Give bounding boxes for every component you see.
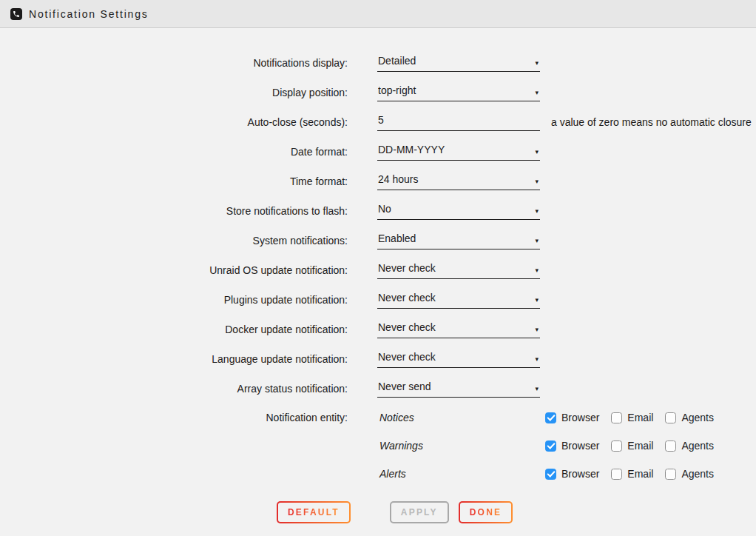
form-row: Notifications display: Detailed ▾ [0,48,756,78]
form-row: Display position: top-right ▾ [0,78,756,107]
display-position-select[interactable]: top-right [377,84,540,101]
field-note: a value of zero means no automatic closu… [551,116,752,128]
notification-settings-form: Notifications display: Detailed ▾ Displa… [0,28,756,523]
form-row: Date format: DD-MM-YYYY ▾ [0,137,756,167]
warnings-email-option[interactable]: Email [611,440,653,452]
notices-email-checkbox[interactable] [611,412,622,423]
form-row: Unraid OS update notification: Never che… [0,255,756,285]
checkbox-label: Agents [681,468,714,480]
field-label: Language update notification: [0,353,348,365]
checkbox-label: Agents [681,412,714,423]
page-header: Notification Settings [0,0,756,28]
entity-row-alerts: Alerts Browser Email Agents [0,460,756,488]
notifications-display-select[interactable]: Detailed [377,55,540,71]
form-row: Plugins update notification: Never check… [0,285,756,315]
store-notifications-to-flash-select[interactable]: No [377,203,540,219]
field-label: Array status notification: [0,383,348,395]
checkbox-label: Email [627,412,653,423]
alerts-email-checkbox[interactable] [611,469,622,480]
form-row: Store notifications to flash: No ▾ [0,196,756,226]
alerts-email-option[interactable]: Email [611,468,653,480]
unraid-os-update-notification-select[interactable]: Never check [377,262,540,278]
notices-email-option[interactable]: Email [611,412,653,423]
field-label: Unraid OS update notification: [0,264,348,276]
field-label: Date format: [0,146,348,158]
checkbox-label: Browser [561,412,599,423]
alerts-browser-option[interactable]: Browser [545,468,599,480]
checkbox-label: Email [627,440,653,452]
notices-browser-option[interactable]: Browser [545,412,599,423]
phone-notification-icon [10,8,22,20]
entity-name: Warnings [377,440,545,452]
field-label: Notifications display: [0,57,348,69]
notices-agents-option[interactable]: Agents [665,412,714,423]
field-label: Notification entity: [0,412,348,423]
array-status-notification-select[interactable]: Never send [377,381,540,397]
apply-button[interactable]: APPLY [390,501,449,523]
page-title: Notification Settings [29,8,149,20]
entity-name: Alerts [377,468,545,480]
language-update-notification-select[interactable]: Never check [377,351,540,367]
plugins-update-notification-select[interactable]: Never check [377,292,540,308]
form-row: Array status notification: Never send ▾ [0,374,756,403]
entity-row-warnings: Warnings Browser Email Agents [0,432,756,460]
checkbox-label: Browser [561,468,599,480]
field-label: System notifications: [0,235,348,247]
time-format-select[interactable]: 24 hours [377,173,540,190]
auto-close-input[interactable] [377,114,540,131]
checkbox-label: Browser [561,440,599,452]
field-label: Store notifications to flash: [0,205,348,217]
warnings-email-checkbox[interactable] [611,440,622,452]
alerts-agents-checkbox[interactable] [665,469,676,480]
checkbox-label: Email [627,468,653,480]
alerts-browser-checkbox[interactable] [545,469,556,480]
field-label: Plugins update notification: [0,294,348,306]
date-format-select[interactable]: DD-MM-YYYY [377,144,540,160]
form-row: Language update notification: Never chec… [0,344,756,374]
warnings-browser-option[interactable]: Browser [545,440,599,452]
docker-update-notification-select[interactable]: Never check [377,321,540,338]
warnings-browser-checkbox[interactable] [545,440,556,452]
form-row: System notifications: Enabled ▾ [0,226,756,255]
form-row: Auto-close (seconds): a value of zero me… [0,107,756,137]
notices-browser-checkbox[interactable] [545,412,556,423]
alerts-agents-option[interactable]: Agents [665,468,714,480]
notices-agents-checkbox[interactable] [665,412,676,423]
field-label: Display position: [0,87,348,98]
warnings-agents-option[interactable]: Agents [665,440,714,452]
field-label: Time format: [0,175,348,187]
done-button[interactable]: DONE [459,501,513,523]
field-label: Docker update notification: [0,324,348,335]
form-row: Docker update notification: Never check … [0,315,756,344]
button-row: DEFAULT APPLY DONE [277,501,756,523]
system-notifications-select[interactable]: Enabled [377,232,540,249]
warnings-agents-checkbox[interactable] [665,440,676,452]
entity-row-notices: Notification entity: Notices Browser Ema… [0,403,756,432]
default-button[interactable]: DEFAULT [277,501,351,523]
field-label: Auto-close (seconds): [0,116,348,128]
checkbox-label: Agents [681,440,714,452]
form-row: Time format: 24 hours ▾ [0,167,756,196]
entity-name: Notices [377,412,545,423]
